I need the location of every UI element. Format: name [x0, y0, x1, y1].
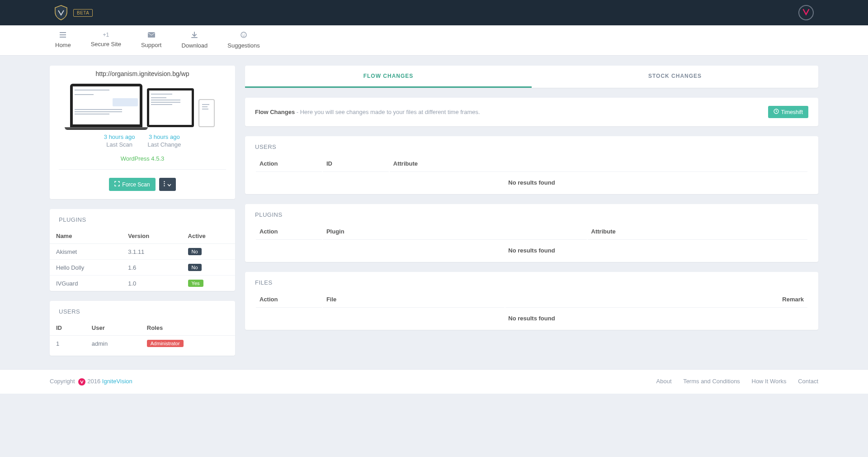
table-row: 1adminAdministrator [50, 336, 235, 352]
nav-home[interactable]: Home [45, 25, 81, 55]
envelope-icon [141, 32, 162, 39]
beta-badge: BETA [73, 9, 93, 17]
users-col-id: ID [50, 320, 85, 336]
nav-support[interactable]: Support [131, 25, 172, 55]
clock-icon [774, 109, 779, 115]
section-users-table: Action ID Attribute [255, 155, 808, 173]
site-card: http://organism.ignitevision.bg/wp [50, 66, 235, 199]
user-menu[interactable] [798, 5, 814, 20]
tabs: FLOW CHANGES STOCK CHANGES [245, 66, 818, 88]
section-files-table: Action File Remark [255, 290, 808, 309]
col-plugin: Plugin [323, 224, 587, 240]
plugins-col-name: Name [50, 228, 122, 244]
active-badge: Yes [188, 280, 203, 287]
footer-terms[interactable]: Terms and Conditions [683, 378, 740, 385]
nav-download[interactable]: Download [171, 25, 217, 55]
nav-download-label: Download [181, 42, 208, 49]
force-scan-button[interactable]: Force Scan [109, 178, 155, 191]
section-users: USERS Action ID Attribute No results fou… [245, 136, 818, 194]
tab-flow-changes[interactable]: FLOW CHANGES [245, 66, 532, 88]
svg-point-4 [241, 32, 246, 38]
brand-v-icon [802, 8, 810, 18]
table-row: Hello Dolly1.6No [50, 260, 235, 276]
more-actions-button[interactable] [159, 178, 176, 191]
nav-home-label: Home [55, 42, 71, 48]
plugins-col-version: Version [122, 228, 181, 244]
users-card: USERS ID User Roles 1adminAdministrator [50, 301, 235, 356]
plus-one-icon: +1 [91, 32, 121, 38]
footer-contact[interactable]: Contact [798, 378, 818, 385]
section-plugins-title: PLUGINS [245, 204, 818, 223]
logo-shield-icon[interactable] [54, 5, 68, 20]
cms-version: WordPress 4.5.3 [50, 155, 235, 162]
last-scan-label: Last Scan [104, 141, 135, 148]
info-bar-title: Flow Changes [255, 109, 295, 115]
topbar: BETA [0, 0, 868, 25]
nav-secure[interactable]: +1 Secure Site [81, 25, 131, 55]
nav-suggestions-label: Suggestions [227, 42, 260, 49]
chevron-down-icon [167, 181, 171, 188]
svg-point-6 [244, 34, 245, 35]
role-badge: Administrator [147, 340, 184, 347]
section-files-title: FILES [245, 272, 818, 290]
section-users-title: USERS [245, 136, 818, 155]
col-action: Action [256, 291, 322, 308]
footer-copyright: Copyright 2016 IgniteVision [50, 378, 132, 386]
kebab-icon [164, 181, 165, 188]
last-scan: 3 hours ago Last Scan [104, 133, 135, 148]
footer-about[interactable]: About [656, 378, 672, 385]
last-change: 3 hours ago Last Change [147, 133, 181, 148]
list-icon [55, 32, 71, 39]
footer-links: About Terms and Conditions How It Works … [646, 378, 818, 386]
users-col-user: User [85, 320, 141, 336]
col-action: Action [256, 156, 322, 172]
svg-rect-3 [148, 32, 155, 38]
device-previews [50, 84, 235, 127]
plugins-empty: No results found [245, 241, 818, 262]
active-badge: No [188, 264, 202, 271]
plugins-table: Name Version Active Akismet3.1.11NoHello… [50, 228, 235, 291]
users-empty: No results found [245, 173, 818, 194]
section-files: FILES Action File Remark No results foun… [245, 272, 818, 330]
footer-brand-link[interactable]: IgniteVision [102, 378, 132, 385]
smile-icon [227, 32, 260, 39]
tab-stock-changes[interactable]: STOCK CHANGES [532, 66, 818, 88]
timeshift-label: Timeshift [781, 109, 803, 115]
col-remark: Remark [505, 291, 807, 308]
table-row: Akismet3.1.11No [50, 244, 235, 260]
force-scan-label: Force Scan [122, 181, 150, 188]
footer-how[interactable]: How It Works [752, 378, 787, 385]
last-change-label: Last Change [147, 141, 181, 148]
topbar-left: BETA [54, 5, 93, 20]
nav-support-label: Support [141, 42, 162, 48]
svg-point-8 [164, 183, 165, 184]
section-plugins-table: Action Plugin Attribute [255, 223, 808, 241]
nav-suggestions[interactable]: Suggestions [217, 25, 270, 55]
svg-point-5 [242, 34, 243, 35]
phone-preview[interactable] [198, 99, 215, 127]
table-row: IVGuard1.0Yes [50, 276, 235, 291]
plugins-card: PLUGINS Name Version Active Akismet3.1.1… [50, 209, 235, 291]
col-attribute: Attribute [390, 156, 807, 172]
info-bar-text: Flow Changes - Here you will see changes… [255, 109, 480, 115]
brand-dot-icon [78, 378, 85, 386]
last-change-ago: 3 hours ago [147, 133, 181, 140]
users-col-roles: Roles [141, 320, 235, 336]
users-sidebar-table: ID User Roles 1adminAdministrator [50, 320, 235, 351]
expand-icon [114, 181, 120, 188]
timeshift-button[interactable]: Timeshift [768, 106, 808, 118]
col-action: Action [256, 224, 322, 240]
navbar: Home +1 Secure Site Support Download Sug… [0, 25, 868, 56]
users-sidebar-title: USERS [50, 301, 235, 320]
info-bar: Flow Changes - Here you will see changes… [245, 98, 818, 126]
svg-point-7 [164, 181, 165, 182]
site-url: http://organism.ignitevision.bg/wp [50, 70, 235, 77]
nav-secure-label: Secure Site [91, 41, 121, 48]
active-badge: No [188, 248, 202, 255]
col-id: ID [323, 156, 389, 172]
tablet-preview[interactable] [147, 88, 194, 127]
last-scan-ago: 3 hours ago [104, 133, 135, 140]
laptop-preview[interactable] [70, 84, 142, 127]
info-bar-desc: - Here you will see changes made to your… [295, 109, 480, 115]
col-file: File [323, 291, 505, 308]
